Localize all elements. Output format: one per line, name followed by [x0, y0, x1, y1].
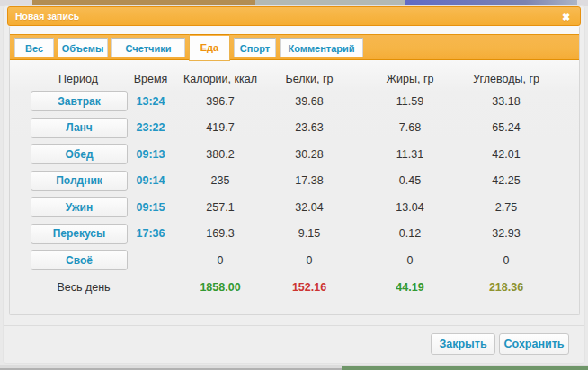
total-label: Весь день: [16, 281, 140, 294]
period-button[interactable]: Ужин: [31, 197, 128, 217]
header-period: Период: [16, 73, 140, 85]
calories-value: 380.2: [161, 148, 280, 161]
total-calories: 1858.00: [161, 281, 280, 294]
calories-value: 235: [161, 174, 280, 187]
protein-value: 17.38: [280, 174, 339, 187]
period-button[interactable]: Ланч: [31, 118, 128, 138]
total-fat: 44.19: [339, 281, 481, 294]
carbs-value: 32.93: [481, 227, 531, 240]
time-value[interactable]: 13:24: [140, 95, 161, 108]
fat-value: 0.45: [339, 174, 481, 187]
time-value[interactable]: 09:14: [140, 174, 161, 187]
table-header-row: Период Время Калории, ккал Белки, гр Жир…: [16, 70, 579, 88]
protein-value: 32.04: [280, 201, 339, 214]
table-row: Полдник 09:14 235 17.38 0.45 42.25: [16, 168, 579, 195]
time-value[interactable]: 17:36: [140, 227, 161, 240]
table-row: Своё 0 0 0 0: [16, 247, 579, 274]
tab-widget: Вес Объемы Счетчики Еда Спорт Комментари…: [9, 26, 580, 315]
table-row: Ужин 09:15 257.1 32.04 13.04 2.75: [16, 194, 579, 221]
period-button[interactable]: Полдник: [31, 171, 128, 191]
period-button[interactable]: Завтрак: [31, 91, 128, 111]
header-protein: Белки, гр: [280, 73, 339, 85]
time-value[interactable]: 09:15: [140, 201, 161, 214]
period-button[interactable]: Обед: [31, 144, 128, 164]
header-time: Время: [140, 73, 161, 85]
table-row: Завтрак 13:24 396.7 39.68 11.59 33.18: [16, 88, 579, 115]
calories-value: 257.1: [161, 201, 280, 214]
calories-value: 396.7: [161, 95, 280, 108]
period-button[interactable]: Своё: [31, 250, 128, 270]
calories-value: 0: [161, 254, 280, 267]
header-fat: Жиры, гр: [339, 73, 481, 85]
bg-strip-green: [342, 366, 588, 370]
table-row: Обед 09:13 380.2 30.28 11.31 42.01: [16, 141, 579, 168]
total-row: Весь день 1858.00 152.16 44.19 218.36: [16, 274, 579, 301]
time-value[interactable]: 09:13: [140, 148, 161, 161]
dialog-titlebar: Новая запись ✖: [7, 6, 581, 26]
tab-ves[interactable]: Вес: [14, 38, 54, 57]
carbs-value: 33.18: [481, 95, 531, 108]
tab-sport[interactable]: Спорт: [234, 38, 276, 57]
fat-value: 7.68: [339, 121, 481, 134]
fat-value: 11.31: [339, 148, 481, 161]
total-protein: 152.16: [280, 281, 339, 294]
period-button[interactable]: Перекусы: [31, 224, 128, 244]
carbs-value: 42.01: [481, 148, 531, 161]
footer-divider: [4, 325, 584, 326]
food-panel: Период Время Калории, ккал Белки, гр Жир…: [10, 60, 579, 314]
calories-value: 169.3: [161, 227, 280, 240]
fat-value: 13.04: [339, 201, 481, 214]
tab-schetchiki[interactable]: Счетчики: [111, 38, 185, 57]
table-row: Ланч 23:22 419.7 23.63 7.68 65.24: [16, 115, 579, 142]
tab-eda[interactable]: Еда: [189, 34, 230, 61]
header-carbs: Углеводы, гр: [481, 73, 531, 85]
tab-obyomy[interactable]: Объемы: [58, 38, 108, 57]
page-background-bottom: [0, 365, 588, 370]
protein-value: 30.28: [280, 148, 339, 161]
total-carbs: 218.36: [481, 281, 531, 294]
calories-value: 419.7: [161, 121, 280, 134]
carbs-value: 65.24: [481, 121, 531, 134]
table-row: Перекусы 17:36 169.3 9.15 0.12 32.93: [16, 221, 579, 248]
fat-value: 0: [339, 254, 481, 267]
carbs-value: 42.25: [481, 174, 531, 187]
close-icon[interactable]: ✖: [558, 10, 574, 24]
tab-bar: Вес Объемы Счетчики Еда Спорт Комментари…: [10, 34, 579, 60]
time-value[interactable]: 23:22: [140, 121, 161, 134]
fat-value: 11.59: [339, 95, 481, 108]
protein-value: 39.68: [280, 95, 339, 108]
fat-value: 0.12: [339, 227, 481, 240]
new-record-dialog: Новая запись ✖ Вес Объемы Счетчики Еда С…: [3, 5, 585, 364]
dialog-title: Новая запись: [15, 11, 79, 22]
carbs-value: 0: [481, 254, 531, 267]
protein-value: 23.63: [280, 121, 339, 134]
save-button[interactable]: Сохранить: [499, 333, 569, 355]
header-calories: Калории, ккал: [161, 73, 280, 85]
protein-value: 9.15: [280, 227, 339, 240]
tab-kommentariy[interactable]: Комментарий: [280, 38, 363, 57]
carbs-value: 2.75: [481, 201, 531, 214]
close-button[interactable]: Закрыть: [431, 333, 495, 355]
protein-value: 0: [280, 254, 339, 267]
